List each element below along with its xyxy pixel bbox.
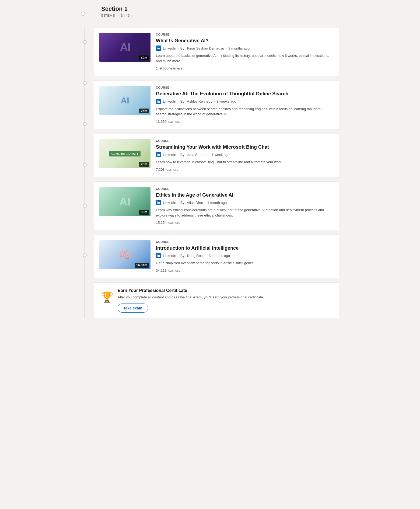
course-learners-1: 13,330 learners bbox=[156, 120, 334, 124]
linkedin-icon-2: in bbox=[156, 152, 161, 157]
timeline-dot-cert bbox=[83, 253, 87, 257]
course-card-0[interactable]: AI 42m COURSE What Is Generative AI? in … bbox=[94, 27, 339, 76]
duration-badge-3: 38m bbox=[139, 210, 149, 215]
course-card-1[interactable]: AI 26m COURSE Generative AI: The Evoluti… bbox=[94, 80, 339, 129]
section-header: Section 1 5 ITEMS · 3h 49m bbox=[88, 5, 134, 18]
thumb-text-1: AI bbox=[121, 96, 129, 106]
course-description-2: Learn how to leverage Microsoft Bing Cha… bbox=[156, 159, 334, 165]
duration-badge-4: 1h 34m bbox=[135, 263, 149, 268]
course-type-2: COURSE bbox=[156, 139, 334, 142]
course-card-3[interactable]: AI 38m COURSE Ethics in the Age of Gener… bbox=[94, 182, 339, 230]
course-thumbnail-0: AI 42m bbox=[99, 33, 150, 62]
timeline-line bbox=[85, 27, 85, 318]
course-card-4[interactable]: 🧠 1h 34m COURSE Introduction to Artifici… bbox=[94, 235, 339, 278]
course-by-4: By: bbox=[180, 254, 186, 258]
course-by-1: By: bbox=[180, 99, 186, 103]
course-description-0: Learn about the basics of generative A.I… bbox=[156, 53, 334, 64]
section-items-count: 5 ITEMS bbox=[101, 13, 115, 18]
take-exam-button[interactable]: Take exam bbox=[118, 304, 148, 313]
timeline-dot-2 bbox=[83, 122, 87, 126]
linkedin-icon-3: in bbox=[156, 200, 161, 205]
timeline-dot-3 bbox=[83, 163, 87, 167]
thumb-text-4: 🧠 bbox=[118, 249, 132, 261]
course-time-2: 1 week ago bbox=[212, 153, 230, 157]
course-type-1: COURSE bbox=[156, 86, 334, 89]
cert-description: After you complete all content and pass … bbox=[118, 295, 332, 300]
certificate-section: 🏆 Earn Your Professional Certificate Aft… bbox=[94, 283, 339, 319]
course-by-2: By: bbox=[180, 153, 186, 157]
thumb-text-0: AI bbox=[120, 41, 130, 54]
thumb-text-2: GENERATE DRAFT bbox=[109, 151, 141, 156]
course-author-row-0: in LinkedIn · By: Pinar Seyhan Demirdag … bbox=[156, 46, 334, 51]
course-info-4: COURSE Introduction to Artificial Intell… bbox=[156, 240, 334, 273]
course-type-3: COURSE bbox=[156, 187, 334, 190]
course-author-0: Pinar Seyhan Demirdag bbox=[187, 46, 224, 50]
course-time-1: 3 weeks ago bbox=[216, 99, 236, 103]
course-time-3: 1 month ago bbox=[207, 201, 227, 205]
timeline-dot-0 bbox=[83, 40, 87, 44]
course-type-4: COURSE bbox=[156, 240, 334, 243]
course-author-row-3: in LinkedIn · By: Vilas Dhar · 1 month a… bbox=[156, 200, 334, 205]
course-thumbnail-1: AI 26m bbox=[99, 86, 150, 115]
course-thumbnail-3: AI 38m bbox=[99, 187, 150, 216]
duration-badge-0: 42m bbox=[139, 55, 149, 60]
course-info-1: COURSE Generative AI: The Evolution of T… bbox=[156, 86, 334, 123]
trophy-icon: 🏆 bbox=[100, 288, 113, 302]
course-author-row-4: in LinkedIn · By: Doug Rose · 3 months a… bbox=[156, 253, 334, 258]
course-provider-3: LinkedIn bbox=[163, 201, 176, 205]
course-learners-2: 7,203 learners bbox=[156, 168, 334, 172]
section-meta: 5 ITEMS · 3h 49m bbox=[101, 13, 134, 18]
course-provider-2: LinkedIn bbox=[163, 153, 176, 157]
course-by-3: By: bbox=[180, 201, 186, 205]
course-info-2: COURSE Streamlining Your Work with Micro… bbox=[156, 139, 334, 172]
course-author-1: Ashley Kennedy bbox=[187, 99, 212, 103]
course-type-0: COURSE bbox=[156, 33, 334, 36]
timeline-dot-4 bbox=[83, 204, 87, 208]
course-description-4: Get a simplified overview of the top too… bbox=[156, 260, 334, 266]
course-author-2: Jess Stratton bbox=[187, 153, 208, 157]
course-info-0: COURSE What Is Generative AI? in LinkedI… bbox=[156, 33, 334, 70]
course-card-2[interactable]: GENERATE DRAFT 26m COURSE Streamlining Y… bbox=[94, 134, 339, 177]
duration-badge-2: 26m bbox=[139, 162, 149, 167]
course-title-3[interactable]: Ethics in the Age of Generative AI bbox=[156, 192, 334, 198]
course-author-3: Vilas Dhar bbox=[187, 201, 203, 205]
course-learners-4: 34,111 learners bbox=[156, 269, 334, 273]
course-thumbnail-4: 🧠 1h 34m bbox=[99, 240, 150, 269]
course-title-2[interactable]: Streamlining Your Work with Microsoft Bi… bbox=[156, 144, 334, 150]
course-info-3: COURSE Ethics in the Age of Generative A… bbox=[156, 187, 334, 225]
duration-badge-1: 26m bbox=[139, 109, 149, 113]
course-description-3: Learn why ethical considerations are a c… bbox=[156, 207, 334, 218]
course-author-row-1: in LinkedIn · By: Ashley Kennedy · 3 wee… bbox=[156, 99, 334, 104]
section-header-row: Section 1 5 ITEMS · 3h 49m bbox=[81, 5, 339, 22]
linkedin-icon-1: in bbox=[156, 99, 161, 104]
course-author-row-2: in LinkedIn · By: Jess Stratton · 1 week… bbox=[156, 152, 334, 157]
page-container: Section 1 5 ITEMS · 3h 49m AI 42m COURSE bbox=[75, 5, 345, 318]
course-time-4: 3 months ago bbox=[209, 254, 230, 258]
course-provider-4: LinkedIn bbox=[163, 254, 176, 258]
linkedin-icon-4: in bbox=[156, 253, 161, 258]
trophy-cup-symbol: 🏆 bbox=[101, 292, 113, 302]
thumb-text-3: AI bbox=[119, 195, 131, 208]
cert-title: Earn Your Professional Certificate bbox=[118, 288, 332, 293]
course-thumbnail-2: GENERATE DRAFT 26m bbox=[99, 139, 150, 168]
course-description-1: Explore the distinctions between search … bbox=[156, 106, 334, 117]
section-circle bbox=[81, 12, 85, 16]
course-title-4[interactable]: Introduction to Artificial Intelligence bbox=[156, 245, 334, 251]
cert-content: Earn Your Professional Certificate After… bbox=[118, 288, 332, 313]
course-provider-0: LinkedIn bbox=[163, 46, 176, 50]
section-title: Section 1 bbox=[101, 5, 134, 12]
timeline-dot-1 bbox=[83, 81, 87, 85]
course-learners-3: 15,154 learners bbox=[156, 221, 334, 225]
course-provider-1: LinkedIn bbox=[163, 99, 176, 103]
section-duration: 3h 49m bbox=[121, 13, 132, 18]
course-title-1[interactable]: Generative AI: The Evolution of Thoughtf… bbox=[156, 91, 334, 97]
course-by-0: By: bbox=[180, 46, 186, 50]
course-time-0: 3 months ago bbox=[228, 46, 250, 50]
course-author-4: Doug Rose bbox=[187, 254, 205, 258]
linkedin-icon-0: in bbox=[156, 46, 161, 51]
course-learners-0: 149,600 learners bbox=[156, 66, 334, 70]
timeline-container: AI 42m COURSE What Is Generative AI? in … bbox=[81, 27, 339, 318]
course-title-0[interactable]: What Is Generative AI? bbox=[156, 38, 334, 44]
